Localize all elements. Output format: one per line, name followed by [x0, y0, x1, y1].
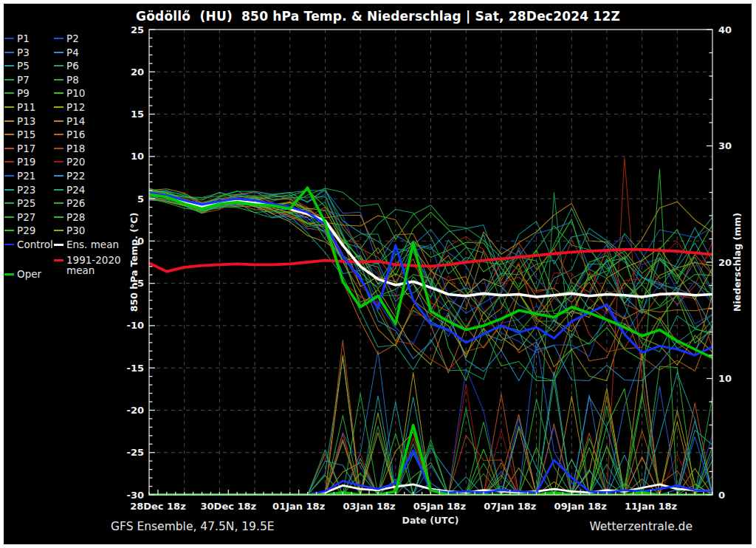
- member-precip-line: [149, 388, 712, 495]
- legend-swatch-line: [4, 202, 14, 204]
- legend-item: P28: [54, 212, 85, 222]
- legend-item: P13: [4, 116, 35, 126]
- legend-swatch-line: [4, 244, 14, 245]
- legend-item: P4: [54, 47, 79, 58]
- legend-label: P29: [17, 225, 35, 236]
- legend-label: P2: [66, 33, 79, 44]
- x-axis-tick-label: 11Jan 18z: [625, 501, 677, 512]
- left-axis-tick-label: -10: [127, 320, 145, 331]
- right-axis-tick-label: 40: [718, 24, 732, 35]
- legend-item: P29: [4, 225, 35, 236]
- legend-label: P4: [66, 47, 79, 58]
- legend-item: P3: [4, 47, 30, 58]
- legend-label: P17: [17, 143, 35, 154]
- legend-swatch-line: [4, 230, 14, 231]
- legend-swatch-line: [54, 106, 63, 108]
- legend-item: P19: [4, 157, 35, 167]
- legend-item: P26: [54, 198, 85, 208]
- legend-swatch-line: [54, 52, 63, 53]
- legend: P1P2P3P4P5P6P7P8P9P10P11P12P13P14P15P16P…: [0, 0, 126, 310]
- right-axis-tick-label: 0: [718, 490, 725, 501]
- legend-label: P1: [17, 33, 30, 44]
- legend-label: P30: [66, 225, 85, 236]
- legend-label: P26: [66, 198, 85, 208]
- legend-label: P20: [66, 157, 85, 167]
- legend-swatch-line: [4, 106, 14, 108]
- legend-swatch-line: [4, 273, 14, 275]
- left-axis-tick-label: -25: [127, 447, 145, 458]
- left-axis-tick-label: 5: [137, 193, 144, 205]
- legend-label: P21: [17, 171, 35, 181]
- legend-item: P7: [4, 75, 30, 85]
- legend-swatch-line: [4, 175, 14, 177]
- legend-swatch-line: [4, 79, 14, 81]
- left-axis-tick-label: -20: [127, 405, 145, 416]
- legend-swatch-line: [54, 120, 63, 122]
- x-axis-tick-label: 05Jan 18z: [413, 501, 466, 512]
- legend-swatch-line: [4, 216, 14, 218]
- legend-swatch-line: [54, 148, 63, 149]
- legend-item: P5: [4, 61, 30, 71]
- oper-temp-line: [149, 188, 712, 357]
- left-axis-tick-label: 15: [131, 109, 144, 120]
- legend-label: P9: [17, 88, 30, 98]
- x-axis-tick-label: 09Jan 18z: [554, 501, 607, 512]
- legend-item: P20: [54, 157, 85, 167]
- legend-label: P28: [66, 212, 85, 222]
- legend-label: Oper: [17, 269, 41, 279]
- legend-item: P17: [4, 143, 35, 154]
- right-axis-tick-label: 30: [718, 140, 732, 151]
- legend-item: P2: [54, 33, 79, 44]
- footer-site-name: Wetterzentrale.de: [589, 520, 693, 533]
- legend-label: P12: [66, 102, 85, 112]
- legend-label: Ens. mean: [66, 239, 119, 250]
- legend-swatch-line: [54, 202, 63, 204]
- legend-swatch-line: [54, 92, 63, 94]
- legend-item: P14: [54, 116, 85, 126]
- legend-item: P10: [54, 88, 85, 98]
- legend-label: P19: [17, 157, 35, 167]
- legend-item: P11: [4, 102, 35, 112]
- legend-item: P18: [54, 143, 85, 154]
- legend-label: P3: [17, 47, 30, 58]
- legend-item: P22: [54, 171, 85, 181]
- legend-item: P6: [54, 61, 79, 71]
- legend-item: P16: [54, 129, 85, 140]
- legend-item: P23: [4, 185, 35, 195]
- legend-swatch-line: [54, 175, 63, 177]
- legend-swatch-line: [4, 52, 14, 53]
- legend-label: P5: [17, 61, 30, 71]
- legend-swatch-line: [4, 38, 14, 39]
- legend-label: P14: [66, 116, 85, 126]
- x-axis-tick-label: 28Dec 18z: [130, 501, 186, 512]
- left-axis-tick-label: 10: [131, 151, 144, 162]
- legend-item: P30: [54, 225, 85, 236]
- legend-label: P24: [66, 185, 85, 195]
- legend-swatch-line: [4, 134, 14, 135]
- legend-label: P13: [17, 116, 35, 126]
- legend-swatch-line: [54, 216, 63, 218]
- member-temp-line: [149, 191, 712, 321]
- legend-item: P24: [54, 185, 85, 195]
- footer-model-info: GFS Ensemble, 47.5N, 19.5E: [111, 520, 275, 533]
- legend-label: P23: [17, 185, 35, 195]
- legend-label: P7: [17, 75, 30, 85]
- legend-label: P25: [17, 198, 35, 208]
- x-axis-tick-label: 30Dec 18z: [201, 501, 257, 512]
- page: 2520151050-5-10-15-20-25-3040302010028De…: [0, 0, 756, 548]
- left-axis-tick-label: 25: [131, 24, 144, 35]
- legend-item: Oper: [4, 269, 41, 279]
- legend-swatch-line: [54, 189, 63, 191]
- legend-label: P6: [66, 61, 79, 71]
- x-axis-title: Date (UTC): [402, 515, 459, 526]
- legend-label: P18: [66, 143, 85, 154]
- legend-item: P8: [54, 75, 79, 85]
- legend-label: P16: [66, 129, 85, 140]
- left-axis-tick-label: -30: [127, 490, 145, 501]
- legend-label: P15: [17, 129, 35, 140]
- right-axis-tick-label: 10: [718, 373, 732, 384]
- left-axis-title: 850 hPa Temp. (°C): [128, 213, 140, 312]
- legend-swatch-line: [4, 161, 14, 162]
- legend-swatch-line: [54, 259, 63, 261]
- legend-label: P22: [66, 171, 85, 181]
